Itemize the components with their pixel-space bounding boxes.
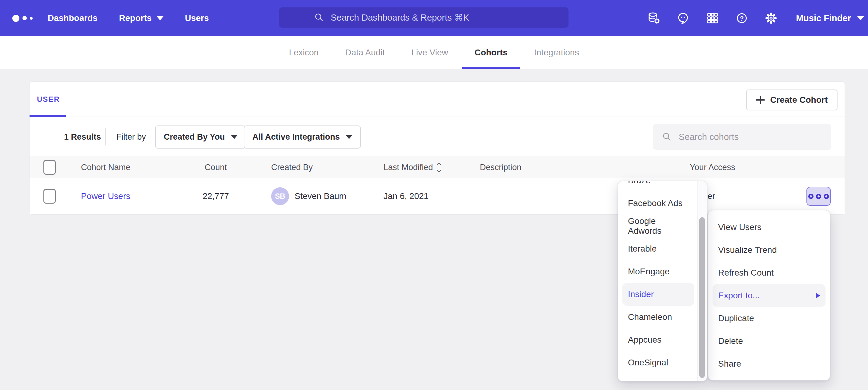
export-destinations-list: Braze Facebook Ads Google Adwords Iterab… xyxy=(618,181,698,381)
filter-integrations-dropdown[interactable]: All Active Integrations xyxy=(244,126,361,149)
logo-dot-large xyxy=(12,15,20,22)
logo-dot-medium xyxy=(23,16,27,20)
tab-integrations[interactable]: Integrations xyxy=(534,36,579,69)
created-by-name: Steven Baum xyxy=(294,191,346,201)
apps-grid-icon[interactable] xyxy=(705,11,720,26)
menu-item-duplicate[interactable]: Duplicate xyxy=(713,307,826,330)
submenu-arrow-icon xyxy=(816,292,820,299)
filter-by-label: Filter by xyxy=(116,117,146,157)
tab-data-audit[interactable]: Data Audit xyxy=(345,36,385,69)
row-checkbox[interactable] xyxy=(43,189,56,204)
menu-item-label: Delete xyxy=(718,336,743,346)
settings-gear-icon[interactable] xyxy=(764,11,778,26)
submenu-item-google-adwords[interactable]: Google Adwords xyxy=(622,215,694,237)
submenu-scrollbar-thumb[interactable] xyxy=(699,217,705,378)
filter-integrations-label: All Active Integrations xyxy=(252,132,340,142)
menu-item-label: Visualize Trend xyxy=(718,245,777,255)
tab-user-cohorts[interactable]: USER xyxy=(37,82,60,117)
submenu-item-onesignal[interactable]: OneSignal xyxy=(622,351,694,374)
col-last-modified[interactable]: Last Modified xyxy=(383,157,441,178)
menu-item-visualize-trend[interactable]: Visualize Trend xyxy=(713,239,826,261)
menu-item-view-users[interactable]: View Users xyxy=(713,216,826,239)
tab-cohorts[interactable]: Cohorts xyxy=(475,36,507,69)
col-your-access: Your Access xyxy=(690,157,735,178)
submenu-item-label: Chameleon xyxy=(628,312,672,322)
submenu-item-insider[interactable]: Insider xyxy=(622,283,694,306)
tab-live-view[interactable]: Live View xyxy=(411,36,448,69)
submenu-scrollbar-track[interactable] xyxy=(698,181,707,381)
cohorts-panel: USER Create Cohort 1 Results Filter by C… xyxy=(29,82,845,215)
cohort-name-link[interactable]: Power Users xyxy=(81,191,130,201)
menu-item-share[interactable]: Share xyxy=(713,353,826,375)
nav-users-label: Users xyxy=(185,13,209,23)
chevron-down-icon xyxy=(157,16,163,20)
global-search[interactable] xyxy=(279,7,568,28)
submenu-item-moengage[interactable]: MoEngage xyxy=(622,260,694,283)
filter-created-by-dropdown[interactable]: Created By You xyxy=(155,126,246,149)
section-tabs: Lexicon Data Audit Live View Cohorts Int… xyxy=(0,36,868,69)
submenu-item-braze[interactable]: Braze xyxy=(622,181,694,192)
search-icon xyxy=(661,131,673,142)
col-last-modified-label: Last Modified xyxy=(383,163,433,172)
ellipsis-dot xyxy=(808,194,813,199)
ellipsis-dot xyxy=(824,194,829,199)
nav-reports[interactable]: Reports xyxy=(119,13,163,23)
submenu-item-iterable[interactable]: Iterable xyxy=(622,237,694,260)
help-icon[interactable]: ? xyxy=(735,11,749,26)
menu-item-label: View Users xyxy=(718,222,762,232)
submenu-item-label: Braze xyxy=(628,181,650,186)
menu-item-export-to[interactable]: Export to... xyxy=(713,284,826,307)
ellipsis-dot xyxy=(816,194,821,199)
tab-label: Integrations xyxy=(534,48,579,58)
col-cohort-name: Cohort Name xyxy=(81,157,130,178)
chevron-down-icon xyxy=(857,16,864,20)
create-cohort-label: Create Cohort xyxy=(770,95,828,105)
table-header: Cohort Name Count Created By Last Modifi… xyxy=(30,157,845,178)
submenu-item-appcues[interactable]: Appcues xyxy=(622,328,694,351)
submenu-item-label: OneSignal xyxy=(628,358,668,367)
submenu-item-label: Appcues xyxy=(628,335,661,345)
svg-text:?: ? xyxy=(740,15,744,22)
plus-icon xyxy=(756,96,765,104)
nav-reports-label: Reports xyxy=(119,13,152,23)
nav-users[interactable]: Users xyxy=(185,13,209,23)
brand-logo[interactable] xyxy=(12,0,33,36)
project-name: Music Finder xyxy=(796,13,851,23)
menu-item-refresh-count[interactable]: Refresh Count xyxy=(713,261,826,284)
divider xyxy=(105,128,105,145)
cohort-search-input[interactable] xyxy=(679,132,823,142)
submenu-item-chameleon[interactable]: Chameleon xyxy=(622,306,694,328)
select-all-checkbox[interactable] xyxy=(43,160,56,175)
chevron-down-icon xyxy=(231,135,237,139)
create-cohort-button[interactable]: Create Cohort xyxy=(746,90,838,110)
submenu-item-label: Facebook Ads xyxy=(628,198,682,208)
submenu-item-label: Iterable xyxy=(628,244,656,254)
cohort-search[interactable] xyxy=(653,124,831,150)
tab-label: Data Audit xyxy=(345,48,385,58)
menu-item-delete[interactable]: Delete xyxy=(713,330,826,353)
results-count: 1 Results xyxy=(64,117,101,157)
menu-item-label: Duplicate xyxy=(718,314,754,323)
menu-item-label: Refresh Count xyxy=(718,268,774,278)
primary-nav: Dashboards Reports Users xyxy=(48,0,209,36)
project-selector[interactable]: Music Finder xyxy=(796,0,864,36)
chevron-down-icon xyxy=(346,135,352,139)
tab-label: Live View xyxy=(411,48,448,58)
logo-dot-small xyxy=(30,17,33,20)
submenu-item-facebook-ads[interactable]: Facebook Ads xyxy=(622,192,694,215)
menu-item-label: Share xyxy=(718,359,741,369)
feedback-icon[interactable] xyxy=(676,11,690,26)
last-modified-value: Jan 6, 2021 xyxy=(383,178,429,215)
menu-item-label: Export to... xyxy=(718,291,760,300)
tab-label: Lexicon xyxy=(289,48,319,58)
nav-dashboards[interactable]: Dashboards xyxy=(48,13,98,23)
row-actions-button[interactable] xyxy=(806,187,831,206)
tab-lexicon[interactable]: Lexicon xyxy=(289,36,319,69)
global-search-input[interactable] xyxy=(331,12,534,23)
col-created-by: Created By xyxy=(271,157,313,178)
filter-toolbar: 1 Results Filter by Created By You All A… xyxy=(30,117,845,157)
data-settings-icon[interactable] xyxy=(646,11,661,26)
avatar: SB xyxy=(271,187,289,205)
row-context-menu: View Users Visualize Trend Refresh Count… xyxy=(708,210,830,381)
tab-label: Cohorts xyxy=(475,48,507,58)
